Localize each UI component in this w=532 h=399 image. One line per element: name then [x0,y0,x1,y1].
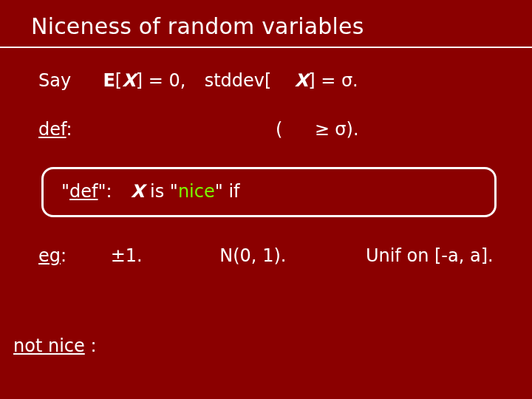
eg-unif: Unif on [-a, a]. [366,244,494,267]
eg-colon: : [61,245,66,266]
stddev-label: stddev[ [205,70,272,91]
var-X-1: X [122,70,136,91]
highlight-box: "def": X is "nice" if [41,167,497,217]
box-is: is " [144,181,177,202]
quote-open: " [61,181,69,202]
eq-sigma: ] = σ. [308,70,358,91]
line-eg: eg: ±1. N(0, 1). Unif on [-a, a]. [38,244,499,267]
eq-zero: ] = 0, [136,70,186,91]
eg-label: eg [38,245,61,266]
box-end: " if [215,181,240,202]
slide: Niceness of random variables Say E[X] = … [0,0,532,399]
line-say: Say E[X] = 0, stddev[ X] = σ. [38,69,499,92]
nice-word: nice [178,181,215,202]
line-def: def: ( ≥ σ). [38,117,499,141]
def-colon: : [66,119,72,140]
box-X: X [131,181,145,202]
line-not-nice: not nice : [13,335,97,356]
say-label: Say [38,70,71,91]
open-paren: ( [276,119,282,140]
eg-pm1: ±1. [111,244,214,267]
slide-title: Niceness of random variables [31,13,532,39]
not-nice-colon: : [90,335,96,356]
var-X-2: X [295,70,309,91]
quote-close-colon: ": [98,181,112,202]
eg-normal: N(0, 1). [219,244,360,267]
lbracket: [ [115,70,122,91]
def-label: def [38,119,66,140]
title-region: Niceness of random variables [0,0,532,42]
not-nice-label: not nice [13,335,85,356]
expectation-E: E [103,70,115,91]
slide-body: Say E[X] = 0, stddev[ X] = σ. def: ( ≥ σ… [0,48,532,268]
ge-sigma: ≥ σ). [315,119,359,140]
box-def: def [69,181,98,202]
